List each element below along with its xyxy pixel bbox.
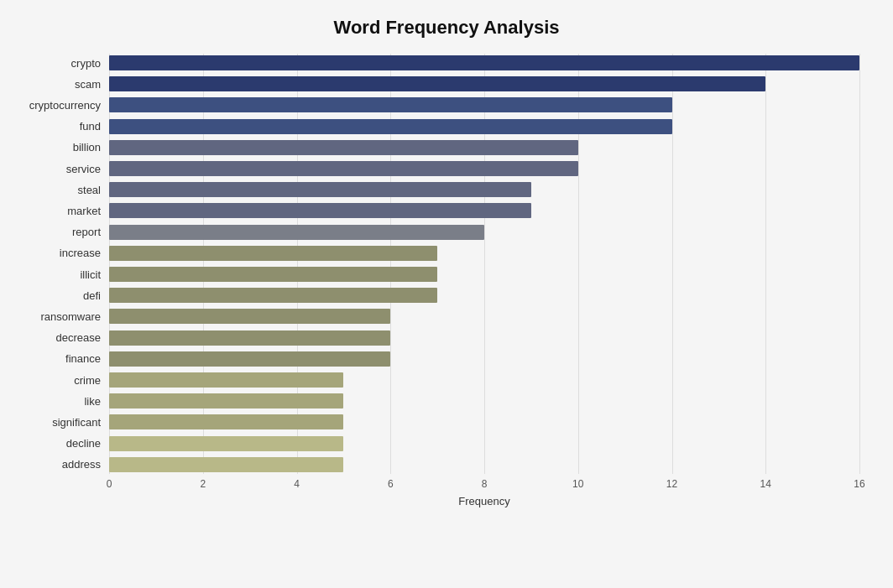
bar-track <box>109 414 859 429</box>
bar-fill <box>109 436 343 451</box>
bar-fill <box>109 457 343 472</box>
table-row: market <box>109 201 859 220</box>
x-tick-label: 8 <box>482 478 488 490</box>
bar-fill <box>109 182 531 197</box>
bar-track <box>109 330 859 346</box>
bar-label: address <box>8 458 109 471</box>
bar-fill <box>109 267 437 282</box>
chart-title: Word Frequency Analysis <box>34 17 859 39</box>
bar-label: fund <box>8 120 109 133</box>
bar-track <box>109 246 859 261</box>
bar-fill <box>109 203 531 218</box>
bar-track <box>109 55 859 70</box>
bar-track <box>109 161 859 176</box>
bar-track <box>109 436 859 451</box>
table-row: decline <box>109 434 859 453</box>
bar-track <box>109 372 859 388</box>
x-tick-label: 2 <box>200 478 206 490</box>
bar-fill <box>109 225 484 240</box>
chart-area: cryptoscamcryptocurrencyfundbillionservi… <box>109 54 859 507</box>
table-row: increase <box>109 244 859 263</box>
bar-fill <box>109 414 343 429</box>
bar-fill <box>109 97 672 112</box>
bar-label: report <box>8 226 109 238</box>
bar-fill <box>109 140 578 155</box>
bar-track <box>109 97 859 112</box>
table-row: service <box>109 159 859 178</box>
table-row: report <box>109 223 859 242</box>
bar-track <box>109 351 859 367</box>
x-tick-label: 6 <box>388 478 394 490</box>
bar-fill <box>109 309 390 324</box>
bar-track <box>109 119 859 134</box>
bar-fill <box>109 76 765 91</box>
bar-label: service <box>8 163 109 175</box>
bars-container: cryptoscamcryptocurrencyfundbillionservi… <box>109 54 859 474</box>
bar-label: billion <box>8 141 109 154</box>
bar-fill <box>109 246 437 261</box>
bar-label: significant <box>8 416 109 429</box>
table-row: billion <box>109 138 859 157</box>
bar-fill <box>109 393 343 408</box>
bar-label: finance <box>8 352 109 365</box>
x-tick-label: 4 <box>294 478 300 490</box>
bar-fill <box>109 55 859 70</box>
bar-label: increase <box>8 247 109 259</box>
bar-fill <box>109 372 343 388</box>
bar-track <box>109 309 859 324</box>
bar-label: illicit <box>8 268 109 281</box>
bar-track <box>109 203 859 218</box>
grid-line <box>859 54 860 474</box>
table-row: ransomware <box>109 307 859 325</box>
bar-fill <box>109 330 390 346</box>
bar-track <box>109 76 859 91</box>
bar-track <box>109 457 859 472</box>
bar-label: market <box>8 205 109 217</box>
table-row: address <box>109 455 859 474</box>
x-tick-label: 14 <box>760 478 771 490</box>
bar-label: ransomware <box>8 310 109 323</box>
bar-track <box>109 267 859 282</box>
table-row: significant <box>109 413 859 431</box>
bar-track <box>109 225 859 240</box>
bar-label: crime <box>8 374 109 387</box>
bar-fill <box>109 351 390 367</box>
table-row: decrease <box>109 329 859 347</box>
bar-label: decrease <box>8 331 109 344</box>
bar-fill <box>109 288 437 303</box>
bar-label: crypto <box>8 57 109 70</box>
table-row: fund <box>109 117 859 136</box>
bar-track <box>109 140 859 155</box>
x-tick-label: 16 <box>854 478 864 490</box>
table-row: finance <box>109 350 859 368</box>
bar-label: like <box>8 395 109 408</box>
table-row: crypto <box>109 54 859 72</box>
chart-container: Word Frequency Analysis cryptoscamcrypto… <box>0 0 893 588</box>
bar-label: steal <box>8 184 109 196</box>
x-tick-label: 10 <box>572 478 583 490</box>
x-tick-label: 0 <box>107 478 112 490</box>
table-row: steal <box>109 180 859 199</box>
bar-fill <box>109 119 672 134</box>
bar-label: defi <box>8 289 109 302</box>
table-row: like <box>109 392 859 410</box>
table-row: illicit <box>109 265 859 284</box>
bar-label: cryptocurrency <box>8 99 109 112</box>
table-row: defi <box>109 286 859 304</box>
x-axis: Frequency 0246810121416 <box>109 474 859 507</box>
x-tick-label: 12 <box>666 478 677 490</box>
bar-fill <box>109 161 578 176</box>
bar-track <box>109 288 859 303</box>
x-axis-label: Frequency <box>458 495 509 507</box>
table-row: crime <box>109 371 859 389</box>
bar-label: decline <box>8 437 109 450</box>
table-row: scam <box>109 75 859 93</box>
table-row: cryptocurrency <box>109 96 859 114</box>
bar-label: scam <box>8 78 109 91</box>
bar-track <box>109 182 859 197</box>
bar-track <box>109 393 859 408</box>
